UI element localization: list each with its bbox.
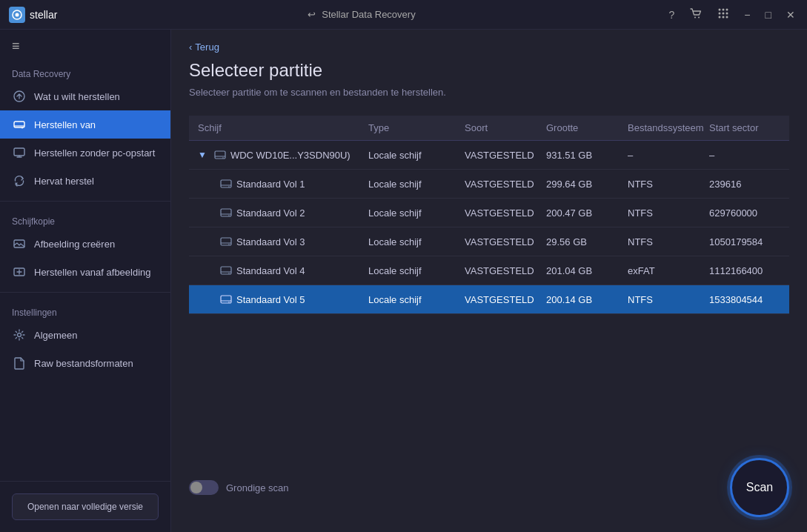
titlebar-center: ↩ Stellar Data Recovery: [308, 9, 415, 20]
sidebar-item-label: Raw bestandsformaten: [34, 358, 133, 369]
content-header: ‹ Terug Selecteer partitie Selecteer par…: [171, 30, 807, 116]
svg-point-29: [228, 273, 230, 274]
grid-button[interactable]: [714, 4, 732, 25]
col-type-header: Type: [359, 116, 456, 141]
svg-rect-22: [221, 180, 231, 187]
toggle-knob: [190, 482, 202, 493]
part1-name: Standaard Vol 1: [236, 179, 305, 190]
close-button[interactable]: ✕: [783, 4, 798, 25]
disk-name: WDC WD10E...Y3SDN90U): [230, 150, 351, 161]
partition-icon: [219, 176, 233, 191]
svg-point-11: [723, 16, 725, 19]
partition-icon: [219, 292, 233, 307]
svg-rect-26: [221, 238, 231, 245]
partition-table: Schijf Type Soort Grootte Bestandssystee…: [189, 116, 789, 314]
part3-name: Standaard Vol 3: [236, 236, 305, 247]
part3-grootte-cell: 29.56 GB: [537, 227, 619, 256]
table-row[interactable]: Standaard Vol 4 Locale schijf VASTGESTEL…: [189, 256, 789, 285]
part5-name: Standaard Vol 5: [236, 294, 305, 305]
page-title: Selecteer partitie: [189, 60, 789, 81]
table-body: ▼ WDC WD10E...Y3SDN90U) Locale schijf VA…: [189, 141, 789, 314]
part5-schijf-cell: Standaard Vol 5: [189, 285, 359, 314]
part4-sector-cell: 1112166400: [700, 256, 789, 285]
scan-button[interactable]: Scan: [730, 458, 789, 517]
part2-grootte-cell: 200.47 GB: [537, 199, 619, 227]
svg-point-7: [719, 13, 721, 15]
svg-point-12: [726, 16, 728, 19]
grondige-scan-toggle[interactable]: [189, 480, 219, 495]
part3-type-cell: Locale schijf: [359, 227, 456, 256]
sidebar-item-hervat-herstel[interactable]: Hervat herstel: [0, 167, 170, 195]
disk-bestand-cell: –: [619, 141, 700, 170]
svg-point-8: [723, 13, 725, 15]
part1-bestand-cell: NTFS: [619, 170, 700, 199]
gear-icon: [12, 327, 27, 342]
footer: Grondige scan Scan: [171, 446, 807, 532]
svg-rect-14: [14, 122, 24, 127]
sidebar-item-raw-bestandsformaten[interactable]: Raw bestandsformaten: [0, 349, 170, 377]
part1-grootte-cell: 299.64 GB: [537, 170, 619, 199]
svg-point-9: [726, 13, 728, 15]
sidebar-item-label: Herstellen zonder pc-opstart: [34, 147, 155, 159]
titlebar-left: stellar: [9, 7, 57, 23]
part5-bestand-cell: NTFS: [619, 285, 700, 314]
logo-area: stellar: [9, 7, 57, 23]
disk-soort-cell: VASTGESTELD: [456, 141, 537, 170]
col-bestandssysteem-header: Bestandssysteem: [619, 116, 700, 141]
back-link[interactable]: ‹ Terug: [189, 41, 789, 53]
divider-1: [0, 201, 170, 202]
footer-left: Grondige scan: [189, 480, 289, 495]
sidebar-item-label: Herstellen van: [34, 119, 96, 130]
disk-schijf-cell: ▼ WDC WD10E...Y3SDN90U): [189, 141, 359, 170]
svg-point-23: [228, 186, 230, 187]
table-row[interactable]: ▼ WDC WD10E...Y3SDN90U) Locale schijf VA…: [189, 141, 789, 170]
sidebar-item-label: Wat u wilt herstellen: [34, 91, 120, 102]
file-icon: [12, 356, 27, 370]
circle-arrow-icon: [12, 89, 27, 104]
part1-soort-cell: VASTGESTELD: [456, 170, 537, 199]
part5-soort-cell: VASTGESTELD: [456, 285, 537, 314]
window-controls: ? − □ ✕: [666, 4, 798, 25]
hamburger-button[interactable]: ≡: [12, 39, 20, 54]
part1-type-cell: Locale schijf: [359, 170, 456, 199]
sidebar-item-afbeelding-creeren[interactable]: Afbeelding creëren: [0, 230, 170, 258]
col-startsector-header: Start sector: [700, 116, 789, 141]
svg-point-4: [719, 9, 721, 11]
sidebar-item-herstellen-zonder-pc[interactable]: Herstellen zonder pc-opstart: [0, 139, 170, 167]
sidebar-top: ≡: [0, 30, 170, 60]
open-full-version-button[interactable]: Openen naar volledige versie: [12, 493, 159, 520]
svg-point-21: [222, 157, 224, 159]
partition-icon: [219, 205, 233, 220]
table-row[interactable]: Standaard Vol 3 Locale schijf VASTGESTEL…: [189, 227, 789, 256]
disk-icon: [213, 147, 228, 162]
table-row[interactable]: Standaard Vol 2 Locale schijf VASTGESTEL…: [189, 199, 789, 227]
page-subtitle: Selecteer partitie om te scannen en best…: [189, 87, 789, 98]
hard-drive-icon: [12, 117, 27, 132]
svg-rect-28: [221, 267, 231, 274]
sidebar: ≡ Data Recovery Wat u wilt herstellen He…: [0, 30, 171, 532]
main-layout: ≡ Data Recovery Wat u wilt herstellen He…: [0, 30, 807, 532]
svg-point-3: [698, 17, 700, 19]
sidebar-item-herstellen-vanaf-afbeelding[interactable]: Herstellen vanaf afbeelding: [0, 258, 170, 286]
maximize-button[interactable]: □: [763, 4, 774, 25]
sidebar-item-wat-u-wilt-herstellen[interactable]: Wat u wilt herstellen: [0, 82, 170, 110]
disk-type-cell: Locale schijf: [359, 141, 456, 170]
help-button[interactable]: ?: [666, 4, 678, 25]
svg-point-2: [694, 17, 696, 19]
app-title: Stellar Data Recovery: [322, 9, 415, 20]
grondige-scan-label: Grondige scan: [226, 482, 289, 493]
table-row[interactable]: Standaard Vol 5 Locale schijf VASTGESTEL…: [189, 285, 789, 314]
sidebar-item-algemeen[interactable]: Algemeen: [0, 321, 170, 349]
cart-button[interactable]: [686, 4, 705, 25]
back-chevron-icon: ‹: [189, 41, 192, 53]
sidebar-item-herstellen-van[interactable]: Herstellen van: [0, 110, 170, 139]
part5-grootte-cell: 200.14 GB: [537, 285, 619, 314]
part3-soort-cell: VASTGESTELD: [456, 227, 537, 256]
table-row[interactable]: Standaard Vol 1 Locale schijf VASTGESTEL…: [189, 170, 789, 199]
part4-grootte-cell: 201.04 GB: [537, 256, 619, 285]
svg-rect-24: [221, 209, 231, 216]
svg-point-5: [723, 9, 725, 11]
minimize-button[interactable]: −: [741, 4, 753, 25]
part2-bestand-cell: NTFS: [619, 199, 700, 227]
part4-type-cell: Locale schijf: [359, 256, 456, 285]
